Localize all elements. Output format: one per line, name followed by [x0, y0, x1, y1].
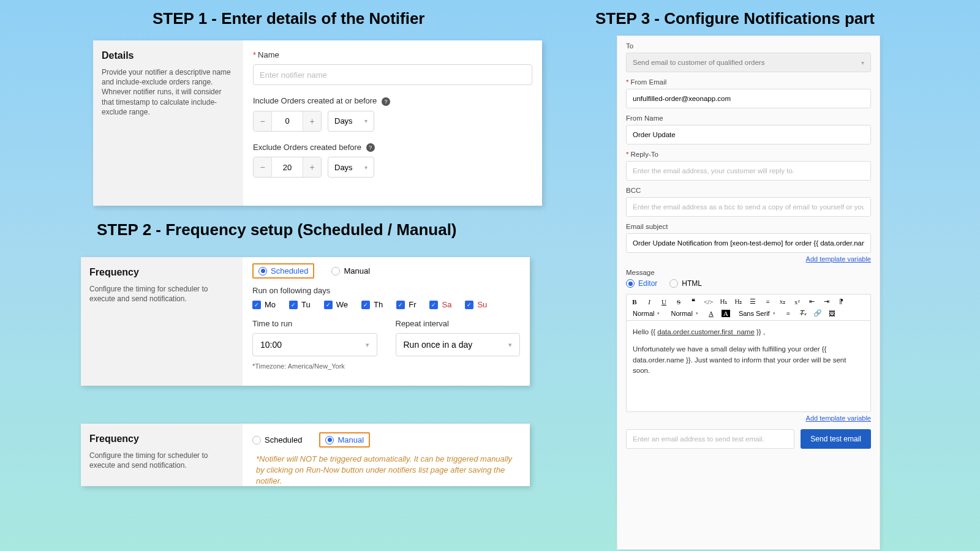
radio-editor[interactable]: Editor [626, 279, 657, 288]
checkbox-icon: ✓ [396, 301, 405, 309]
outdent-icon[interactable]: ⇤ [807, 298, 816, 305]
image-icon[interactable]: 🖼 [828, 310, 837, 317]
bg-color-icon[interactable]: A [722, 310, 730, 317]
send-test-email-button[interactable]: Send test email [801, 429, 871, 449]
quote-icon[interactable]: ❝ [689, 298, 698, 305]
editor-text: Hello {{ [633, 328, 657, 335]
day-fr[interactable]: ✓Fr [396, 300, 416, 309]
checkbox-icon: ✓ [289, 301, 298, 309]
exclude-decrement-button[interactable]: − [254, 157, 272, 177]
include-increment-button[interactable]: + [303, 111, 321, 131]
panel-frequency-scheduled: Frequency Configure the timing for sched… [81, 257, 530, 386]
day-th[interactable]: ✓Th [361, 300, 383, 309]
heading-step3: STEP 3 - Configure Notifications part [595, 9, 875, 28]
exclude-value-input[interactable] [272, 157, 303, 177]
test-email-input[interactable] [626, 429, 794, 449]
panel-details: Details Provide your notifier a descript… [93, 40, 542, 206]
exclude-unit-select[interactable]: Days▾ [328, 157, 374, 178]
radio-dot-icon [252, 436, 261, 444]
from-name-label: From Name [626, 114, 871, 122]
message-label: Message [626, 269, 871, 276]
bcc-label: BCC [626, 187, 871, 194]
radio-html[interactable]: HTML [669, 279, 702, 288]
include-value-input[interactable] [272, 111, 303, 131]
radio-dot-icon [325, 436, 334, 444]
italic-icon[interactable]: I [645, 298, 654, 305]
align-icon[interactable]: ≡ [784, 310, 793, 317]
size-select[interactable]: Normal▾ [630, 310, 662, 317]
notifier-name-input[interactable] [253, 64, 532, 85]
help-icon[interactable]: ? [366, 143, 375, 152]
editor-toolbar: B I U S ❝ </> H₁ H₂ ☰ ≡ x₂ x² ⇤ ⇥ ⁋ Norm… [626, 294, 871, 320]
day-mo[interactable]: ✓Mo [252, 300, 276, 309]
add-template-variable-link[interactable]: Add template variable [626, 414, 871, 422]
h2-icon[interactable]: H₂ [734, 298, 742, 305]
code-icon[interactable]: </> [704, 298, 713, 305]
subject-input[interactable] [626, 233, 871, 253]
superscript-icon[interactable]: x² [793, 298, 801, 305]
text-color-icon[interactable]: A [707, 310, 715, 317]
radio-manual[interactable]: Manual [319, 432, 370, 448]
clear-format-icon[interactable]: T̶ₓ [799, 309, 807, 317]
radio-dot-icon [626, 279, 635, 288]
include-unit-select[interactable]: Days▾ [328, 111, 374, 132]
from-email-input[interactable] [626, 89, 871, 108]
reply-to-label: *Reply-To [626, 151, 871, 158]
exclude-label: Exclude Orders created before ? [253, 143, 532, 152]
panel-frequency-manual: Frequency Configure the timing for sched… [81, 424, 530, 486]
underline-icon[interactable]: U [660, 298, 668, 305]
bcc-input[interactable] [626, 197, 871, 217]
from-name-input[interactable] [626, 125, 871, 144]
day-tu[interactable]: ✓Tu [289, 300, 311, 309]
name-label: *Name [253, 50, 532, 59]
heading-step2: STEP 2 - Frequency setup (Scheduled / Ma… [97, 220, 457, 239]
link-icon[interactable]: 🔗 [813, 309, 822, 317]
details-title: Details [102, 50, 235, 61]
frequency-title: Frequency [89, 267, 234, 278]
bold-icon[interactable]: B [630, 298, 639, 305]
details-desc: Provide your notifier a descriptive name… [102, 67, 235, 117]
message-editor[interactable]: Hello {{ data.order.customer.first_name … [626, 320, 871, 412]
font-select[interactable]: Sans Serif▾ [736, 310, 778, 317]
reply-to-input[interactable] [626, 161, 871, 181]
day-sa[interactable]: ✓Sa [429, 300, 451, 309]
repeat-select[interactable]: Run once in a day▾ [396, 333, 521, 356]
include-label: Include Orders created at or before ? [253, 96, 532, 106]
radio-scheduled[interactable]: Scheduled [252, 263, 314, 279]
radio-dot-icon [331, 267, 340, 276]
time-select[interactable]: 10:00▾ [252, 333, 377, 356]
template-variable: data.order.customer.first_name [657, 328, 755, 335]
frequency-desc: Configure the timing for scheduler to ex… [89, 451, 234, 470]
radio-scheduled[interactable]: Scheduled [252, 435, 302, 444]
from-email-label: *From Email [626, 78, 871, 86]
header-select[interactable]: Normal▾ [668, 310, 700, 317]
checkbox-icon: ✓ [324, 301, 333, 309]
frequency-desc: Configure the timing for scheduler to ex… [89, 284, 234, 304]
heading-step1: STEP 1 - Enter details of the Notifier [153, 9, 425, 28]
help-icon[interactable]: ? [382, 97, 390, 106]
h1-icon[interactable]: H₁ [719, 298, 728, 305]
frequency-title: Frequency [89, 433, 234, 444]
strike-icon[interactable]: S [674, 298, 683, 305]
include-stepper: − + [253, 111, 322, 132]
direction-icon[interactable]: ⁋ [837, 298, 845, 305]
bullet-list-icon[interactable]: ≡ [763, 298, 772, 305]
add-template-variable-link[interactable]: Add template variable [626, 255, 871, 263]
subject-label: Email subject [626, 223, 871, 230]
day-we[interactable]: ✓We [324, 300, 348, 309]
timezone-note: *Timezone: America/New_York [252, 362, 520, 370]
subscript-icon[interactable]: x₂ [778, 298, 786, 305]
day-su[interactable]: ✓Su [465, 300, 487, 309]
to-label: To [626, 42, 871, 50]
panel-notifications: To Send email to customer of qualified o… [617, 36, 880, 550]
ordered-list-icon[interactable]: ☰ [748, 298, 757, 305]
indent-icon[interactable]: ⇥ [822, 298, 831, 305]
manual-warning-note: *Notifier will NOT be triggered automati… [252, 454, 520, 487]
editor-text: }} , [755, 328, 765, 335]
radio-manual[interactable]: Manual [331, 266, 370, 276]
to-select[interactable]: Send email to customer of qualified orde… [626, 53, 871, 72]
editor-text: Unfortunately we have a small delay with… [633, 344, 864, 377]
exclude-increment-button[interactable]: + [303, 157, 321, 177]
time-label: Time to run [252, 319, 377, 328]
include-decrement-button[interactable]: − [254, 111, 272, 131]
